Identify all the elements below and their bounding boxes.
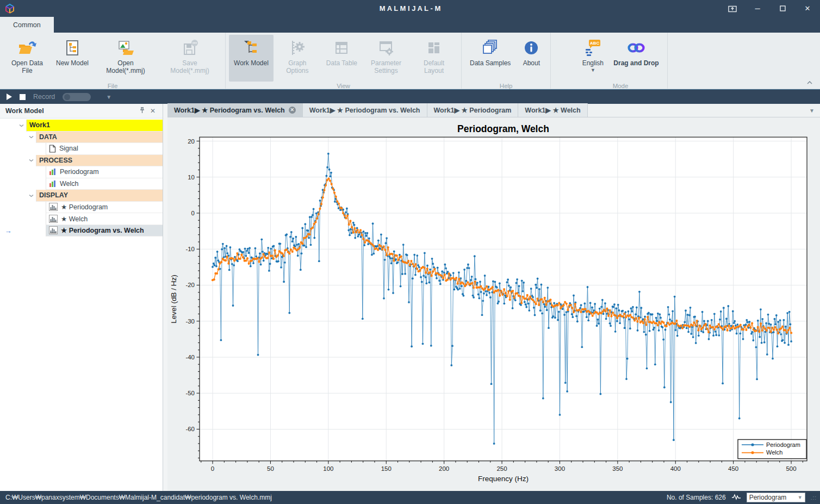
work-model-tree: Work1DATASignalPROCESSPeriodogramWelchDI… [0,119,163,491]
tree-item-label: Work1 [29,121,50,129]
ribbon-button-label: Graph Options [278,59,316,74]
open-model-icon [116,38,135,58]
tree-gutter [0,143,16,155]
tree-item-cell: DISPLAY [36,190,163,202]
tree-item-data[interactable]: DATA [0,132,163,144]
tree-indent [26,225,36,237]
ribbon-button-open-data-file[interactable]: Open Data File [3,35,51,82]
tree-item-label: ★ Periodogram vs. Welch [61,226,144,234]
ribbon: Open Data FileNew ModelOpen Model(*.mmj)… [0,33,820,89]
parameter-settings-icon [377,38,395,58]
svg-text:250: 250 [496,465,507,472]
record-dropdown-icon[interactable]: ▼ [106,94,111,100]
ribbon-group-label: File [3,82,222,91]
ribbon-group-help: Data SamplesAboutHelp [462,33,551,89]
work-model-icon [242,38,260,58]
svg-text:-20: -20 [185,282,195,288]
svg-text:350: 350 [612,465,623,472]
tree-item-label: DATA [39,133,57,141]
tree-indent [26,143,36,155]
tree-indent [16,178,26,190]
tree-item-cell: PROCESS [36,155,163,167]
tree-item-signal[interactable]: Signal [0,143,163,155]
svg-text:-40: -40 [185,354,195,360]
panel-splitter[interactable] [163,104,167,491]
expander-chevron-icon[interactable] [26,155,36,167]
tree-gutter [0,166,16,178]
ribbon-button-english[interactable]: ABCEnglish▼ [577,35,608,82]
tree-indent [16,143,26,155]
tree-item-work1[interactable]: Work1 [0,120,163,132]
ribbon-button-label: About [523,59,540,67]
tree-item-label: PROCESS [39,157,72,164]
tab-label: Work1▶ ★ Periodogram [434,106,512,114]
tree-indent [36,213,46,225]
tree-indent [16,166,26,178]
tree-indent [16,202,26,214]
expander-chevron-icon[interactable] [26,132,36,144]
tree-gutter [0,213,16,225]
document-tab-work1-welch[interactable]: Work1▶ ★ Welch [518,103,587,117]
tree-gutter [0,132,16,144]
record-toggle[interactable] [63,93,91,101]
work-model-panel: Work Model ✕ Work1DATASignalPROCESSPerio… [0,104,163,491]
tree-indent [16,213,26,225]
document-tab-work1-periodogram[interactable]: Work1▶ ★ Periodogram [427,103,519,117]
document-tab-bar: Work1▶ ★ Periodogram vs. Welch✕Work1▶ ★ … [167,104,820,117]
tree-item-display[interactable]: DISPLAY [0,190,163,202]
ribbon-group-mode: ABCEnglish▼Drag and DropMode [574,33,667,89]
play-icon[interactable] [7,94,12,100]
ribbon-button-label: Work Model [234,59,269,67]
display-chart-icon [49,203,58,211]
svg-text:-50: -50 [185,390,195,396]
ribbon-collapse-button[interactable] [807,79,812,85]
tree-indent [26,166,36,178]
tree-item-cell: ★ Periodogram vs. Welch [46,225,163,237]
waveform-icon [731,493,741,502]
tree-item-periodogram[interactable]: Periodogram [0,166,163,178]
ribbon-button-drag-and-drop[interactable]: Drag and Drop [608,35,663,82]
close-button[interactable]: ✕ [795,0,820,17]
ribbon-button-about[interactable]: About [515,35,547,82]
stop-icon[interactable] [20,94,26,100]
tree-item-welch[interactable]: ★ Welch [0,213,163,225]
tree-item-welch[interactable]: Welch [0,178,163,190]
ribbon-button-data-samples[interactable]: Data Samples [465,35,515,82]
tab-close-icon[interactable]: ✕ [289,107,296,114]
ribbon-group-label: Mode [577,82,663,91]
series-selector[interactable]: Periodogram ▼ [747,493,805,502]
document-tab-work1-periodogram-vs-welch[interactable]: Work1▶ ★ Periodogram vs. Welch [303,103,427,117]
ribbon-button-work-model[interactable]: Work Model [229,35,274,82]
tab-common[interactable]: Common [0,17,54,33]
pin-panel-icon[interactable] [136,107,147,115]
tree-item-cell: Welch [46,178,163,190]
tree-item-periodogram-vs-welch[interactable]: →★ Periodogram vs. Welch [0,225,163,237]
selected-item-arrow-icon: → [0,225,16,237]
tab-list-dropdown-icon[interactable]: ▼ [809,108,815,114]
ribbon-button-label: Parameter Settings [367,59,405,74]
ribbon-button-new-model[interactable]: New Model [51,35,94,82]
resize-grip[interactable]: .:: [811,495,817,501]
tree-item-cell: ★ Periodogram [46,202,163,214]
svg-text:-10: -10 [185,246,195,252]
file-path: C:₩Users₩panaxsystem₩Documents₩Malmijal-… [5,494,661,501]
tab-label: Work1▶ ★ Welch [525,106,580,114]
svg-text:Periodogram: Periodogram [766,441,800,448]
close-panel-icon[interactable]: ✕ [147,107,158,115]
document-tab-work1-periodogram-vs-welch[interactable]: Work1▶ ★ Periodogram vs. Welch✕ [167,103,303,117]
open-data-file-icon [17,38,37,58]
display-chart-icon [49,226,58,234]
tab-label: Work1▶ ★ Periodogram vs. Welch [309,106,420,114]
tree-indent [26,178,36,190]
ribbon-button-open-model-mmj[interactable]: Open Model(*.mmj) [94,35,158,82]
ribbon-group-label: Help [465,82,547,91]
expander-chevron-icon[interactable] [26,190,36,202]
pin-window-button[interactable] [720,0,745,17]
expander-chevron-icon[interactable] [16,120,26,132]
minimize-button[interactable]: ─ [745,0,770,17]
svg-text:50: 50 [267,465,274,472]
tree-item-process[interactable]: PROCESS [0,155,163,167]
svg-text:Welch: Welch [766,449,782,456]
maximize-button[interactable] [770,0,795,17]
tree-item-periodogram[interactable]: ★ Periodogram [0,202,163,214]
